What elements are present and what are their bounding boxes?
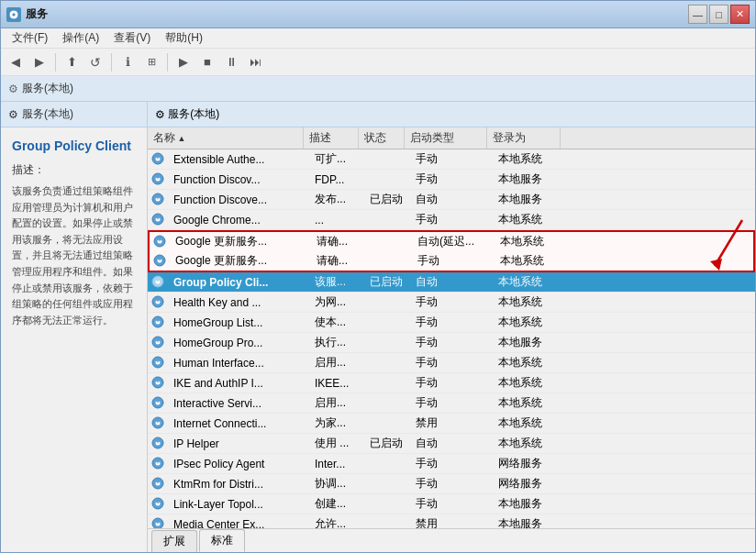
tab-standard[interactable]: 标准 — [199, 529, 245, 552]
row-service-icon — [151, 477, 166, 492]
info-button[interactable]: ℹ — [117, 51, 139, 73]
cell-service-status — [364, 178, 410, 182]
table-row[interactable]: Group Policy Cli...该服...已启动自动本地系统 — [148, 272, 755, 293]
cell-service-status — [366, 260, 412, 263]
table-row[interactable]: IPsec Policy AgentInter...手动网络服务 — [148, 454, 755, 474]
cell-service-login: 本地系统 — [493, 313, 566, 332]
table-row[interactable]: Extensible Authe...可扩...手动本地系统 — [148, 149, 755, 170]
table-row[interactable]: HomeGroup List...使本...手动本地系统 — [148, 313, 755, 333]
table-row[interactable]: IKE and AuthIP I...IKEE...手动本地系统 — [148, 373, 755, 393]
table-row[interactable]: KtmRm for Distri...协调...手动网络服务 — [148, 474, 755, 494]
table-row[interactable]: Google 更新服务...请确...手动本地系统 — [148, 251, 755, 272]
cell-service-login: 网络服务 — [493, 454, 566, 473]
cell-service-startup: 自动 — [410, 434, 493, 453]
pause-button[interactable]: ⏸ — [220, 51, 242, 73]
col-header-startup[interactable]: 启动类型 — [405, 127, 487, 149]
menu-view[interactable]: 查看(V) — [106, 28, 158, 48]
minimize-button[interactable]: — — [688, 5, 707, 24]
col-header-desc[interactable]: 描述 — [304, 127, 359, 149]
cell-service-startup: 手动 — [410, 373, 493, 393]
cell-service-desc: 该服... — [309, 272, 364, 292]
table-row[interactable]: Function Discove...发布...已启动自动本地服务 — [148, 190, 755, 210]
table-row[interactable]: Google Chrome......手动本地系统 — [148, 210, 755, 230]
export-button[interactable]: ⊞ — [140, 51, 162, 73]
menu-file[interactable]: 文件(F) — [5, 28, 55, 48]
cell-service-status — [364, 301, 410, 304]
right-breadcrumb: ⚙ 服务(本地) — [148, 102, 755, 127]
cell-service-startup: 手动 — [410, 210, 493, 229]
skip-button[interactable]: ⏭ — [244, 51, 266, 73]
cell-service-login: 本地系统 — [493, 414, 566, 433]
cell-service-name: HomeGroup List... — [168, 315, 309, 331]
row-service-icon — [151, 172, 166, 187]
cell-service-name: Link-Layer Topol... — [168, 496, 309, 513]
cell-service-login: 本地系统 — [493, 149, 566, 169]
table-row[interactable]: Google 更新服务...请确...自动(延迟...本地系统 — [148, 230, 755, 251]
cell-service-name: Function Discove... — [168, 192, 309, 208]
toolbar-separator-1 — [55, 53, 56, 72]
cell-service-desc: 执行... — [309, 333, 364, 352]
cell-service-name: Google Chrome... — [168, 212, 309, 228]
window-title: 服务 — [26, 6, 48, 22]
close-button[interactable]: ✕ — [730, 5, 750, 24]
row-service-icon — [151, 356, 166, 371]
cell-service-status — [364, 523, 410, 526]
table-row[interactable]: Internet Connecti...为家...禁用本地系统 — [148, 414, 755, 434]
table-row[interactable]: HomeGroup Pro...执行...手动本地服务 — [148, 333, 755, 353]
play-button[interactable]: ▶ — [172, 51, 195, 73]
cell-service-name: IPsec Policy Agent — [168, 456, 309, 472]
toolbar-separator-2 — [111, 53, 112, 72]
col-header-name[interactable]: 名称 — [148, 127, 304, 149]
cell-service-status: 已启动 — [364, 434, 410, 453]
cell-service-desc: 启用... — [309, 393, 364, 413]
left-panel-content: Group Policy Client 描述： 该服务负责通过组策略组件应用管理… — [1, 127, 147, 552]
col-header-login[interactable]: 登录为 — [487, 127, 561, 149]
cell-service-name: Google 更新服务... — [170, 251, 311, 271]
stop-button[interactable]: ■ — [196, 51, 218, 73]
cell-service-status: 已启动 — [364, 190, 410, 209]
menu-help[interactable]: 帮助(H) — [158, 28, 210, 48]
cell-service-startup: 自动 — [410, 190, 493, 209]
col-header-status[interactable]: 状态 — [359, 127, 405, 149]
refresh-button[interactable]: ↺ — [84, 51, 106, 73]
cell-service-status — [364, 503, 410, 506]
service-title: Group Policy Client — [12, 138, 136, 153]
bottom-tabs: 扩展 标准 — [148, 528, 755, 552]
cell-service-login: 本地系统 — [493, 210, 566, 229]
up-button[interactable]: ⬆ — [61, 51, 83, 73]
table-row[interactable]: IP Helper使用 ...已启动自动本地系统 — [148, 434, 755, 454]
cell-service-desc: 请确... — [311, 232, 366, 251]
cell-service-startup: 手动 — [410, 454, 493, 473]
table-row[interactable]: Link-Layer Topol...创建...手动本地服务 — [148, 494, 755, 514]
back-button[interactable]: ◀ — [5, 51, 27, 73]
menu-action[interactable]: 操作(A) — [55, 28, 106, 48]
table-row[interactable]: Function Discov...FDP...手动本地服务 — [148, 170, 755, 190]
row-service-icon — [153, 254, 168, 269]
cell-service-login: 网络服务 — [493, 474, 566, 493]
cell-service-status — [364, 402, 410, 405]
cell-service-name: Interactive Servi... — [168, 395, 309, 412]
cell-service-desc: 可扩... — [309, 149, 364, 169]
cell-service-login: 本地服务 — [493, 190, 566, 209]
services-table[interactable]: 名称 描述 状态 启动类型 登录为 Extensible Authe...可扩.… — [148, 127, 755, 528]
table-row[interactable]: Interactive Servi...启用...手动本地系统 — [148, 393, 755, 414]
table-row[interactable]: Health Key and ...为网...手动本地系统 — [148, 293, 755, 313]
gear-icon-left: ⚙ — [8, 108, 18, 121]
table-row[interactable]: Media Center Ex...允许...禁用本地服务 — [148, 514, 755, 528]
cell-service-startup: 禁用 — [410, 414, 493, 433]
cell-service-status — [364, 218, 410, 222]
cell-service-startup: 手动 — [410, 313, 493, 332]
maximize-button[interactable]: □ — [709, 5, 728, 24]
breadcrumb-text: 服务(本地) — [22, 81, 73, 96]
cell-service-startup: 手动 — [410, 393, 493, 413]
tab-expand[interactable]: 扩展 — [151, 530, 197, 552]
cell-service-startup: 手动 — [410, 149, 493, 169]
right-breadcrumb-text: 服务(本地) — [168, 106, 219, 122]
cell-service-status — [364, 482, 410, 486]
cell-service-login: 本地服务 — [493, 494, 566, 514]
cell-service-startup: 手动 — [410, 494, 493, 514]
forward-button[interactable]: ▶ — [28, 51, 50, 73]
cell-service-desc: 允许... — [309, 514, 364, 528]
toolbar: ◀ ▶ ⬆ ↺ ℹ ⊞ ▶ ■ ⏸ ⏭ — [1, 49, 755, 76]
table-row[interactable]: Human Interface...启用...手动本地系统 — [148, 353, 755, 373]
